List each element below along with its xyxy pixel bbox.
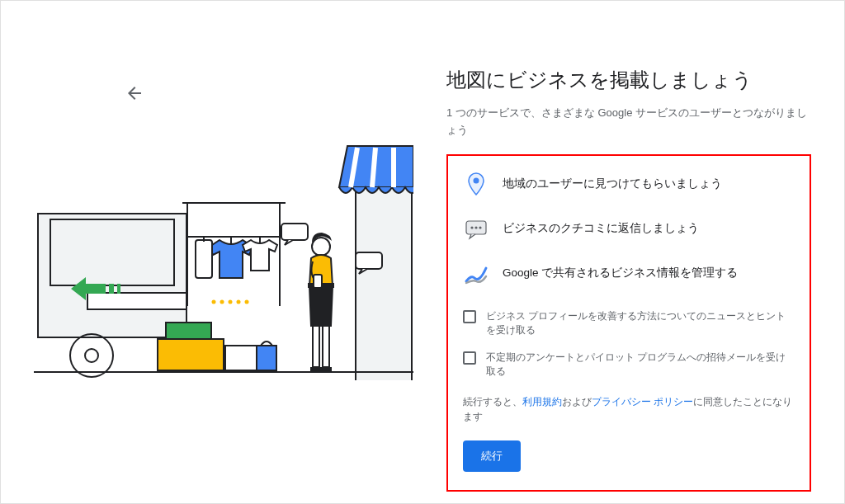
checkbox-label: 不定期のアンケートとパイロット プログラムへの招待メールを受け取る bbox=[486, 351, 795, 379]
feature-row-discover: 地域のユーザーに見つけてもらいましょう bbox=[463, 171, 795, 197]
pin-icon bbox=[463, 171, 489, 197]
svg-rect-35 bbox=[281, 224, 308, 240]
feature-text: ビジネスのクチコミに返信しましょう bbox=[503, 221, 699, 236]
svg-point-38 bbox=[474, 177, 479, 183]
checkbox-label: ビジネス プロフィールを改善する方法についてのニュースとヒントを受け取る bbox=[486, 309, 795, 338]
svg-rect-31 bbox=[313, 326, 319, 367]
svg-point-40 bbox=[470, 226, 473, 228]
svg-rect-36 bbox=[356, 252, 382, 269]
feature-row-reviews: ビジネスのクチコミに返信しましょう bbox=[463, 215, 795, 242]
svg-rect-2 bbox=[87, 293, 186, 309]
svg-rect-5 bbox=[109, 284, 114, 294]
svg-rect-6 bbox=[117, 284, 120, 294]
checkbox-news[interactable] bbox=[463, 310, 476, 323]
checkbox-surveys[interactable] bbox=[463, 351, 476, 365]
back-arrow-icon bbox=[125, 83, 144, 103]
page-title: 地図にビジネスを掲載しましょう bbox=[446, 67, 811, 93]
svg-line-13 bbox=[372, 148, 375, 187]
svg-point-41 bbox=[474, 226, 477, 228]
feature-text: 地域のユーザーに見つけてもらいましょう bbox=[503, 177, 722, 191]
checkbox-row-news: ビジネス プロフィールを改善する方法についてのニュースとヒントを受け取る bbox=[463, 309, 795, 338]
continue-button[interactable]: 続行 bbox=[463, 440, 521, 472]
svg-rect-7 bbox=[158, 339, 224, 370]
svg-rect-32 bbox=[323, 326, 329, 367]
svg-point-24 bbox=[220, 300, 224, 304]
svg-rect-10 bbox=[257, 346, 276, 370]
illustration bbox=[34, 116, 413, 380]
svg-point-26 bbox=[237, 300, 241, 304]
checkbox-row-surveys: 不定期のアンケートとパイロット プログラムへの招待メールを受け取る bbox=[463, 351, 795, 379]
svg-point-4 bbox=[85, 349, 98, 362]
feature-row-manage: Google で共有されるビジネス情報を管理する bbox=[463, 260, 795, 286]
terms-text: 続行すると、利用規約およびプライバシー ポリシーに同意したことになります bbox=[463, 394, 795, 425]
svg-rect-21 bbox=[196, 240, 212, 278]
privacy-link[interactable]: プライバシー ポリシー bbox=[592, 397, 693, 407]
svg-point-25 bbox=[229, 300, 233, 304]
page-subtitle: 1 つのサービスで、さまざまな Google サービスのユーザーとつながりましょ… bbox=[446, 105, 811, 139]
highlight-box: 地域のユーザーに見つけてもらいましょう ビジネスのクチコミに返信しましょう Go… bbox=[446, 154, 811, 492]
chart-icon bbox=[463, 260, 489, 286]
chat-icon bbox=[463, 215, 489, 242]
svg-rect-11 bbox=[356, 176, 412, 380]
svg-rect-8 bbox=[166, 323, 211, 339]
svg-rect-0 bbox=[38, 214, 186, 337]
svg-point-23 bbox=[212, 300, 216, 304]
svg-point-42 bbox=[479, 226, 481, 228]
back-button[interactable] bbox=[125, 83, 144, 103]
feature-text: Google で共有されるビジネス情報を管理する bbox=[503, 266, 738, 280]
terms-link[interactable]: 利用規約 bbox=[522, 397, 562, 407]
svg-point-27 bbox=[245, 300, 249, 304]
svg-point-28 bbox=[312, 238, 330, 256]
svg-rect-30 bbox=[314, 275, 322, 288]
